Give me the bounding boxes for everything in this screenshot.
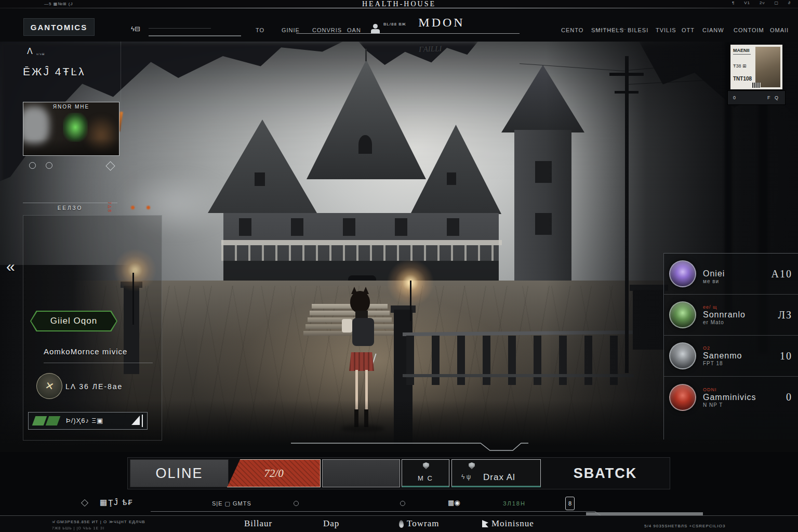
minimap[interactable]: ЯNOR MHE [23,102,119,156]
row-sub: er Mato [703,320,778,325]
menu-item-tvilis[interactable]: TVILIS [656,27,676,33]
menu-item-omaii[interactable]: OMAII [770,27,789,33]
person-icon-body [371,29,380,33]
left-panel-edge [121,42,121,218]
card-tray-left: 0 [733,95,736,100]
map-marker-sub: ѕ/з⊞ [36,52,45,56]
section-divider [23,203,117,203]
scene-caption: ΓAILLI [419,44,442,54]
ember-eye-left [131,206,135,209]
radio-dot-1[interactable] [294,501,299,506]
row-sub: N NP T [703,402,786,408]
card-photo [755,47,780,87]
mode-tab-oline[interactable]: OLINE [130,459,229,487]
gray-orb-icon [669,342,696,369]
red-orb-icon [669,384,696,411]
section-label: ЕЕЛЗО [23,205,117,211]
action-button-label: Giiel Oqon [31,312,116,330]
title-bar: —5 ▦№⊞ (Ј HEALTH-HOUSE ¶ V1 2ν ▢ ∂ [0,0,798,8]
scene-bracket [288,439,533,454]
pilcrow-icon[interactable]: ¶ [732,1,735,5]
bar-segment-2 [46,416,61,425]
action-button[interactable]: Giiel Oqon [30,311,117,331]
photo-card[interactable]: MAENII Ŧ38 ⊞ TNT108 [730,45,782,89]
window-icon[interactable]: ▢ [774,1,779,5]
menu-item-convris[interactable]: CONVRIS [312,27,342,33]
quest-underline [44,363,153,363]
stamina-label: Þ/)Ҳ6♪ Ξ▣ [66,417,103,424]
row-tag: ODNI [703,387,786,393]
waypoint-icon-1[interactable] [29,162,36,169]
game-hud-screen: —5 ▦№⊞ (Ј HEALTH-HOUSE ¶ V1 2ν ▢ ∂ GANTO… [0,0,798,532]
quest-subtitle: AomkoMornce mivice [44,347,127,356]
row-value: 0 [786,391,792,403]
purple-orb-icon [669,260,696,287]
row-name: Gamminivics [703,393,786,402]
footer-item-dap[interactable]: Dap [323,518,339,529]
menu-item-cento[interactable]: CENTO [561,27,583,33]
footer-tiny-right: 5/4 9035SHEТВЛS +СЅREPCILIОЗ [644,524,726,528]
diamond-bullet-icon [81,499,88,507]
row-name: Sonnranlo [703,310,778,320]
minimap-title: ЯNOR MHE [23,104,119,110]
row-sub: FPT 18 [703,361,780,366]
row-tag [703,263,772,269]
row-value: A10 [772,268,792,280]
vertical-tag: 7Δ8 [107,202,112,213]
menu-item-ginie[interactable]: GINIE [282,27,300,33]
objective-row[interactable]: Oniei ме ви A10 [664,254,798,295]
bar-arrow-icon[interactable] [131,416,140,425]
collapse-chevrons[interactable]: « [6,259,15,274]
refresh-icon[interactable]: ∂ [788,1,791,5]
bolt-trident-icons: ϟ ψ [461,473,471,481]
menu-item-oan[interactable]: OAN [347,27,361,33]
radio-dot-2[interactable] [400,501,405,506]
footer-item-billaur[interactable]: Billaur [244,518,272,529]
card-barcode [752,83,761,88]
objective-row[interactable]: ее/ щ Sonnranlo er Mato ЛЗ [664,295,798,336]
footer-light-segment [586,512,703,515]
row-sub: ме ви [703,278,772,284]
card-line-3: TNT108 [733,76,752,82]
row-value: ЛЗ [778,309,792,321]
logo-gantomics[interactable]: GANTOMICS [23,18,95,36]
match-button[interactable]: SBATCK [543,459,668,487]
menu-item-cianw[interactable]: CIANW [702,27,724,33]
counter-tab[interactable]: 72/0 [227,459,321,487]
controls-underline [151,511,595,512]
shield-icon [469,462,475,469]
wave-icon[interactable]: 2ν [760,1,765,5]
perk-label: LΛ 36 ЛЕ-8ае [65,382,123,391]
bar-segment-1 [32,416,47,425]
menu-bar: GANTOMICS ϟ⊟ TO GINIE CONVRIS OAN ВL/88 … [0,8,798,42]
ember-eye-right [147,206,150,209]
stamina-bar: Þ/)Ҳ6♪ Ξ▣ [28,412,148,430]
objective-row[interactable]: O2 Sanenmo FPT 18 10 [664,336,798,377]
menu-item-bilesi[interactable]: BILESI [628,27,648,33]
fairy-icon[interactable]: ✕ [36,373,62,399]
footer-item-towram[interactable]: Towram [399,518,439,529]
menu-item-smithels[interactable]: SMITHELS [591,27,624,33]
menu-dashes-left [149,28,211,29]
map-marker-icon: Λ [27,47,33,56]
waypoint-icon-2[interactable] [46,162,52,169]
loadout-box-1[interactable]: M C [402,459,449,487]
lamp-pole-right [410,281,411,321]
card-tray: 0 F Q [727,90,786,105]
menu-item-ott[interactable]: OTT [682,27,695,33]
mdon-heading: MDON [364,16,520,30]
row-name: Sanenmo [703,351,780,361]
loadout-box-2[interactable]: ϟ ψ Drax Al [451,459,541,487]
footer-tiny-left: ≯ GМЗРЕ58.85Е ИТ | О ≫ЧЦНТ ЕДЛЧВ [52,520,145,524]
objective-row[interactable]: ODNI Gamminivics N NP T 0 [664,377,798,418]
area-title: ĒЖĴ 4ŦĿλ [23,65,85,78]
card-rule [733,54,751,55]
menu-item-contoim[interactable]: CONTOIM [734,27,764,33]
menu-item-to[interactable]: TO [256,27,264,33]
window-title: HEALTH-HOUSE [0,0,798,8]
shield-icon [423,462,429,469]
keycap-8[interactable]: 8 [565,497,575,510]
footer-item-moinisnue[interactable]: Moinisnue [482,518,534,529]
signal-icon[interactable]: V1 [744,1,750,5]
empty-tab[interactable] [322,459,400,487]
